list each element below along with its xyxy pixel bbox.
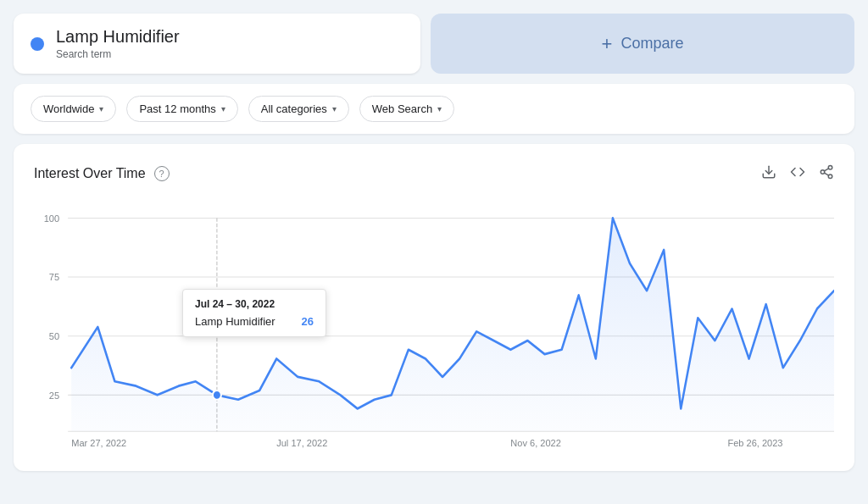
time-period-filter[interactable]: Past 12 months ▾ [126,96,237,122]
svg-line-5 [824,169,828,171]
compare-inner: + Compare [602,33,684,55]
search-term-text: Lamp Humidifier Search term [56,27,180,60]
chart-header: Interest Over Time ? [34,164,834,183]
svg-line-4 [824,173,828,175]
chart-actions [761,164,834,183]
worldwide-chevron-icon: ▾ [99,104,103,114]
svg-text:Jul 17, 2022: Jul 17, 2022 [276,438,327,448]
search-term-title: Lamp Humidifier [56,27,180,47]
time-period-label: Past 12 months [139,102,215,115]
svg-text:Feb 26, 2023: Feb 26, 2023 [727,438,782,448]
compare-plus-icon: + [602,33,613,55]
chart-title-group: Interest Over Time ? [34,166,170,181]
svg-point-20 [213,390,221,400]
top-section: Lamp Humidifier Search term + Compare [0,0,868,84]
svg-text:25: 25 [49,390,59,400]
compare-card[interactable]: + Compare [431,14,854,74]
svg-text:50: 50 [49,331,59,341]
chart-svg: 100 75 50 25 Mar 27, 2022 Jul 17, 2022 N… [34,200,834,454]
worldwide-label: Worldwide [43,102,94,115]
chart-container: 100 75 50 25 Mar 27, 2022 Jul 17, 2022 N… [34,200,834,454]
chart-section: Interest Over Time ? [14,144,854,471]
time-period-chevron-icon: ▾ [221,104,225,114]
embed-icon[interactable] [790,164,805,183]
download-icon[interactable] [761,164,776,183]
svg-text:Mar 27, 2022: Mar 27, 2022 [71,438,126,448]
search-type-filter[interactable]: Web Search ▾ [359,96,454,122]
search-term-subtitle: Search term [56,48,180,60]
categories-label: All categories [261,102,327,115]
svg-text:75: 75 [49,272,59,282]
filters-bar: Worldwide ▾ Past 12 months ▾ All categor… [14,84,854,134]
share-icon[interactable] [819,164,834,183]
search-term-dot [31,37,44,51]
help-icon[interactable]: ? [154,166,170,181]
svg-text:Nov 6, 2022: Nov 6, 2022 [510,438,560,448]
worldwide-filter[interactable]: Worldwide ▾ [31,96,116,122]
categories-filter[interactable]: All categories ▾ [248,96,349,122]
categories-chevron-icon: ▾ [332,104,337,114]
search-type-chevron-icon: ▾ [437,104,442,114]
chart-title: Interest Over Time [34,166,146,181]
compare-label: Compare [620,35,683,53]
search-type-label: Web Search [372,102,432,115]
search-term-card: Lamp Humidifier Search term [14,14,420,74]
svg-text:100: 100 [44,213,59,223]
